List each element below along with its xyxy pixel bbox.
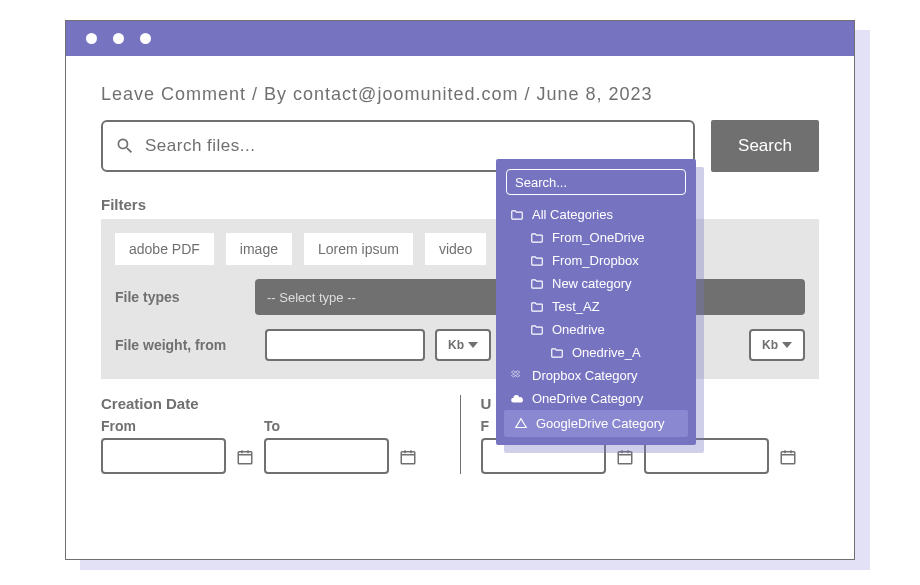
folder-icon <box>530 254 544 268</box>
dropdown-item[interactable]: Dropbox Category <box>496 364 696 387</box>
app-window: Leave Comment / By contact@joomunited.co… <box>65 20 855 560</box>
calendar-icon[interactable] <box>399 448 417 466</box>
svg-rect-1 <box>401 452 415 464</box>
filters-title: Filters <box>66 172 854 219</box>
dropdown-item[interactable]: From_OneDrive <box>496 226 696 249</box>
calendar-icon[interactable] <box>616 448 634 466</box>
filter-chip[interactable]: video <box>425 233 486 265</box>
dropdown-item[interactable]: OneDrive Category <box>496 387 696 410</box>
folder-icon <box>550 346 564 360</box>
filter-chip[interactable]: Lorem ipsum <box>304 233 413 265</box>
traffic-light-dot[interactable] <box>86 33 97 44</box>
weight-from-unit[interactable]: Kb <box>435 329 491 361</box>
filter-chip[interactable]: adobe PDF <box>115 233 214 265</box>
search-icon <box>115 136 135 156</box>
chevron-down-icon <box>468 342 478 348</box>
svg-rect-2 <box>618 452 632 464</box>
filter-chip[interactable]: image <box>226 233 292 265</box>
calendar-icon[interactable] <box>236 448 254 466</box>
dropdown-item[interactable]: Onedrive <box>496 318 696 341</box>
folder-icon <box>530 231 544 245</box>
weight-to-unit[interactable]: Kb <box>749 329 805 361</box>
folder-icon <box>530 323 544 337</box>
weight-from-input[interactable] <box>265 329 425 361</box>
breadcrumb: Leave Comment / By contact@joomunited.co… <box>66 56 854 120</box>
dropdown-search-input[interactable]: Search... <box>506 169 686 195</box>
creation-date-group: Creation Date From To <box>101 395 440 474</box>
folder-icon <box>510 208 524 222</box>
dropbox-icon <box>510 369 524 383</box>
category-dropdown: Search... All CategoriesFrom_OneDriveFro… <box>496 159 696 445</box>
folder-icon <box>530 277 544 291</box>
titlebar <box>66 21 854 56</box>
creation-from-input[interactable] <box>101 438 226 474</box>
filters-panel: adobe PDFimageLorem ipsumvideo File type… <box>101 219 819 379</box>
svg-rect-3 <box>781 452 795 464</box>
chevron-down-icon <box>782 342 792 348</box>
dropdown-item[interactable]: New category <box>496 272 696 295</box>
dropdown-item[interactable]: Test_AZ <box>496 295 696 318</box>
traffic-light-dot[interactable] <box>140 33 151 44</box>
dropdown-search-placeholder: Search... <box>515 175 567 190</box>
folder-icon <box>530 300 544 314</box>
calendar-icon[interactable] <box>779 448 797 466</box>
cloud-icon <box>510 392 524 406</box>
creation-from-label: From <box>101 418 226 434</box>
traffic-light-dot[interactable] <box>113 33 124 44</box>
file-types-label: File types <box>115 289 255 305</box>
file-weight-label: File weight, from <box>115 337 255 353</box>
gdrive-icon <box>514 417 528 431</box>
divider <box>460 395 461 474</box>
dropdown-item[interactable]: From_Dropbox <box>496 249 696 272</box>
dropdown-item[interactable]: Onedrive_A <box>496 341 696 364</box>
svg-rect-0 <box>238 452 252 464</box>
creation-to-label: To <box>264 418 389 434</box>
creation-to-input[interactable] <box>264 438 389 474</box>
search-button[interactable]: Search <box>711 120 819 172</box>
search-placeholder: Search files... <box>145 136 256 156</box>
creation-date-title: Creation Date <box>101 395 440 412</box>
dropdown-item[interactable]: GoogleDrive Category <box>504 410 688 437</box>
dropdown-item[interactable]: All Categories <box>496 203 696 226</box>
